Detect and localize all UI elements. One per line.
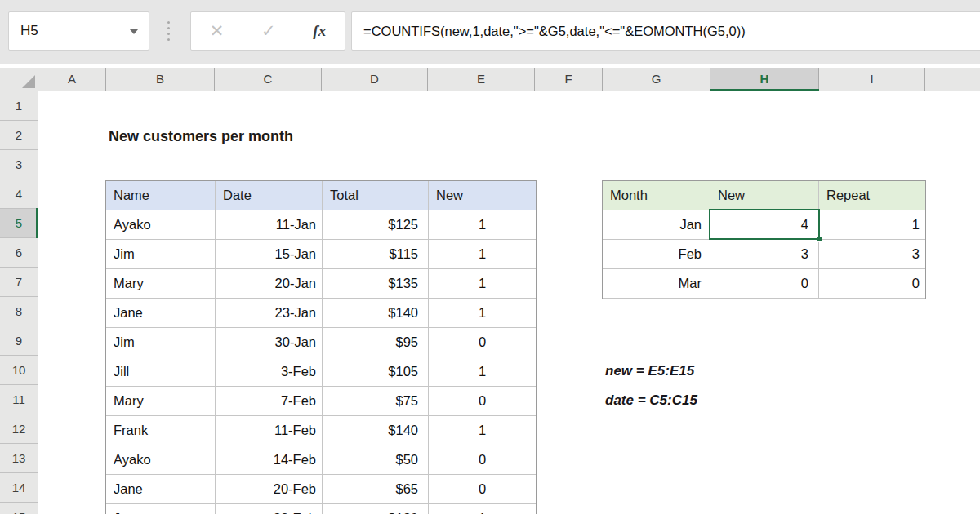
cell-C9[interactable]: 30-Jan — [216, 328, 323, 357]
cell-E9[interactable]: 0 — [429, 328, 536, 357]
cell-I7[interactable]: 0 — [819, 269, 925, 299]
cell-B14[interactable]: Jane — [106, 475, 216, 504]
spreadsheet-app: H5 ✕ ✓ fx =COUNTIFS(new,1,date,">="&G5,d… — [0, 0, 980, 514]
cell-C13[interactable]: 14-Feb — [216, 445, 323, 475]
column-header-A[interactable]: A — [38, 68, 106, 91]
cell-C11[interactable]: 7-Feb — [216, 387, 323, 416]
cell-D5[interactable]: $125 — [323, 210, 429, 240]
row-header-1[interactable]: 1 — [0, 91, 38, 121]
cell-B6[interactable]: Jim — [106, 240, 216, 269]
row-header-3[interactable]: 3 — [0, 150, 38, 179]
cell-C5[interactable]: 11-Jan — [216, 210, 323, 240]
row-header-14[interactable]: 14 — [0, 473, 38, 503]
cell-C14[interactable]: 20-Feb — [216, 475, 323, 504]
row-header-9[interactable]: 9 — [0, 326, 38, 356]
cell-B15[interactable]: Jesse — [106, 504, 216, 514]
row-header-13[interactable]: 13 — [0, 444, 38, 473]
cell-B12[interactable]: Frank — [106, 416, 216, 445]
cell-D13[interactable]: $50 — [323, 445, 429, 475]
row-header-4[interactable]: 4 — [0, 179, 38, 209]
cell-B11[interactable]: Mary — [106, 387, 216, 416]
cell-H7[interactable]: 0 — [710, 269, 819, 299]
cell-D7[interactable]: $135 — [323, 269, 429, 299]
cell-H6[interactable]: 3 — [710, 240, 819, 269]
table-row: Ayako11-Jan$1251 — [106, 210, 536, 240]
row-header-12[interactable]: 12 — [0, 414, 38, 444]
insert-function-icon[interactable]: fx — [313, 22, 326, 40]
cell-E6[interactable]: 1 — [429, 240, 536, 269]
cell-B8[interactable]: Jane — [106, 299, 216, 328]
row-header-8[interactable]: 8 — [0, 297, 38, 326]
enter-icon[interactable]: ✓ — [261, 21, 276, 41]
row-header-5[interactable]: 5 — [0, 209, 38, 238]
cell-G5[interactable]: Jan — [603, 210, 710, 240]
formula-bar[interactable]: =COUNTIFS(new,1,date,">="&G5,date,"<="&E… — [351, 11, 980, 51]
row-header-10[interactable]: 10 — [0, 356, 38, 385]
cell-C4[interactable]: Date — [216, 181, 323, 210]
formula-bar-grip-icon[interactable] — [167, 21, 170, 41]
column-header-E[interactable]: E — [428, 68, 535, 91]
cell-H4[interactable]: New — [710, 181, 819, 210]
row-header-2[interactable]: 2 — [0, 121, 38, 150]
cell-E8[interactable]: 1 — [429, 299, 536, 328]
select-all-button[interactable] — [0, 68, 38, 91]
table-row: Mary7-Feb$750 — [106, 387, 536, 416]
table-row: Jan41 — [603, 210, 925, 240]
cell-I4[interactable]: Repeat — [819, 181, 925, 210]
cell-C10[interactable]: 3-Feb — [216, 357, 323, 387]
cell-D4[interactable]: Total — [323, 181, 429, 210]
cell-D15[interactable]: $120 — [323, 504, 429, 514]
cell-E14[interactable]: 0 — [429, 475, 536, 504]
cell-C12[interactable]: 11-Feb — [216, 416, 323, 445]
cell-D14[interactable]: $65 — [323, 475, 429, 504]
column-header-H[interactable]: H — [710, 68, 819, 91]
cell-D12[interactable]: $140 — [323, 416, 429, 445]
row-header-6[interactable]: 6 — [0, 238, 38, 268]
cell-D9[interactable]: $95 — [323, 328, 429, 357]
column-header-B[interactable]: B — [106, 68, 215, 91]
cell-E4[interactable]: New — [429, 181, 536, 210]
column-header-I[interactable]: I — [819, 68, 925, 91]
cell-I5[interactable]: 1 — [819, 210, 925, 240]
column-header-D[interactable]: D — [322, 68, 428, 91]
cell-E12[interactable]: 1 — [429, 416, 536, 445]
cell-I6[interactable]: 3 — [819, 240, 925, 269]
table-row: Mar00 — [603, 269, 925, 299]
cell-E10[interactable]: 1 — [429, 357, 536, 387]
cell-B7[interactable]: Mary — [106, 269, 216, 299]
cell-C15[interactable]: 23-Feb — [216, 504, 323, 514]
cell-G6[interactable]: Feb — [603, 240, 710, 269]
cell-D11[interactable]: $75 — [323, 387, 429, 416]
cell-E5[interactable]: 1 — [429, 210, 536, 240]
cell-D10[interactable]: $105 — [323, 357, 429, 387]
cell-B10[interactable]: Jill — [106, 357, 216, 387]
cell-E15[interactable]: 1 — [429, 504, 536, 514]
cell-B9[interactable]: Jim — [106, 328, 216, 357]
table-row: Jim30-Jan$950 — [106, 328, 536, 357]
row-header-7[interactable]: 7 — [0, 268, 38, 297]
cell-C7[interactable]: 20-Jan — [216, 269, 323, 299]
cell-G4[interactable]: Month — [603, 181, 710, 210]
name-box-dropdown-icon[interactable] — [130, 29, 138, 34]
name-box[interactable]: H5 — [8, 11, 149, 51]
table-row: Frank11-Feb$1401 — [106, 416, 536, 445]
cancel-icon[interactable]: ✕ — [210, 21, 225, 41]
column-header-F[interactable]: F — [535, 68, 603, 91]
cell-D6[interactable]: $115 — [323, 240, 429, 269]
cell-B5[interactable]: Ayako — [106, 210, 216, 240]
cell-G7[interactable]: Mar — [603, 269, 710, 299]
cell-E13[interactable]: 0 — [429, 445, 536, 475]
cell-D8[interactable]: $140 — [323, 299, 429, 328]
cell-H5[interactable]: 4 — [710, 210, 819, 240]
cell-C6[interactable]: 15-Jan — [216, 240, 323, 269]
column-header-C[interactable]: C — [215, 68, 322, 91]
column-header-G[interactable]: G — [603, 68, 710, 91]
cell-E11[interactable]: 0 — [429, 387, 536, 416]
cell-C8[interactable]: 23-Jan — [216, 299, 323, 328]
row-header-15[interactable]: 15 — [0, 503, 38, 514]
name-box-value: H5 — [20, 12, 38, 50]
cell-E7[interactable]: 1 — [429, 269, 536, 299]
row-header-11[interactable]: 11 — [0, 385, 38, 414]
cell-B13[interactable]: Ayako — [106, 445, 216, 475]
cell-B4[interactable]: Name — [106, 181, 216, 210]
